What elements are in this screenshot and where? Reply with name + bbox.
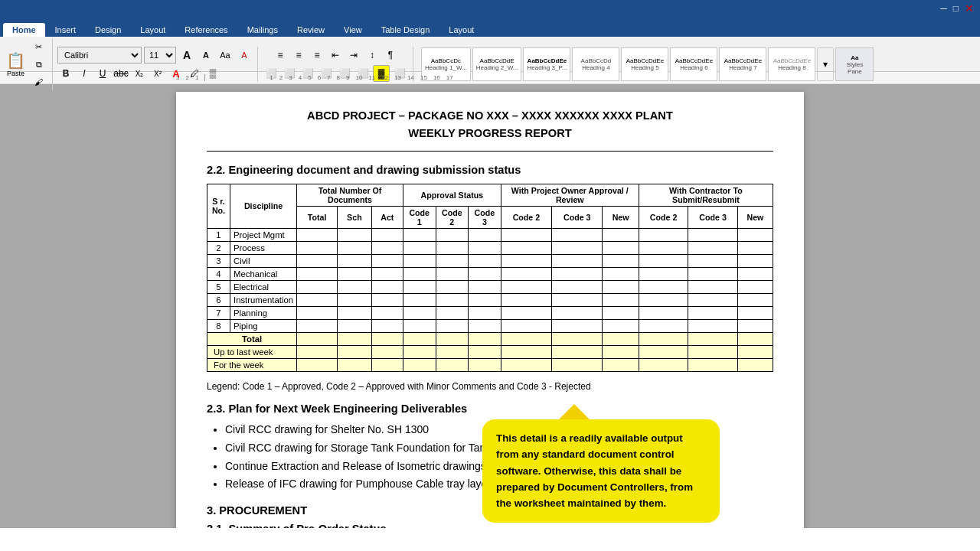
callout-container: This detail is a readily available outpu… bbox=[482, 404, 720, 523]
font-grow-button[interactable]: A bbox=[178, 47, 195, 64]
show-formatting-button[interactable]: ¶ bbox=[382, 47, 399, 64]
callout-arrow bbox=[559, 404, 590, 419]
table-up-to-last-week-row: Up to last week bbox=[207, 345, 773, 358]
col-approval-status: Approval Status bbox=[403, 184, 501, 206]
tab-references[interactable]: References bbox=[175, 23, 237, 37]
col-total-number: Total Number Of Documents bbox=[297, 184, 403, 206]
section31-heading: 3.1. Summary of Pre-Order Status bbox=[207, 523, 773, 528]
change-case-button[interactable]: Aa bbox=[217, 47, 234, 64]
document-area[interactable]: ABCD PROJECT – PACKAGE NO XXX – XXXX XXX… bbox=[0, 84, 980, 528]
row-num: 5 bbox=[207, 280, 230, 293]
font-size-select[interactable]: 11 bbox=[144, 47, 176, 64]
sub-code2-a: Code 2 bbox=[436, 206, 469, 228]
total-label: Total bbox=[207, 332, 297, 345]
bullets-button[interactable]: ≡ bbox=[272, 47, 289, 64]
sub-code3-a: Code 3 bbox=[469, 206, 501, 228]
tab-layout[interactable]: Layout bbox=[131, 23, 175, 37]
legend-text: Legend: Code 1 – Approved, Code 2 – Appr… bbox=[207, 381, 773, 392]
row-discipline: Piping bbox=[230, 319, 297, 332]
tab-mailings[interactable]: Mailings bbox=[238, 23, 287, 37]
table-row: 1 Project Mgmt bbox=[207, 228, 773, 241]
tab-table-design[interactable]: Table Design bbox=[372, 23, 439, 37]
engineering-table: S r. No. Discipline Total Number Of Docu… bbox=[207, 184, 773, 372]
numbering-button[interactable]: ≡ bbox=[290, 47, 307, 64]
col-with-contractor: With Contractor To Submit/Resubmit bbox=[639, 184, 773, 206]
font-family-select[interactable]: Calibri bbox=[57, 47, 142, 64]
table-row: 6 Instrumentation bbox=[207, 293, 773, 306]
sort-button[interactable]: ↕ bbox=[364, 47, 381, 64]
underline-button[interactable]: U bbox=[94, 65, 111, 82]
row-num: 2 bbox=[207, 241, 230, 254]
more-styles-button[interactable]: ▾ bbox=[817, 47, 834, 81]
tab-home[interactable]: Home bbox=[3, 23, 45, 37]
header-divider bbox=[207, 151, 773, 152]
tab-layout2[interactable]: Layout bbox=[439, 23, 483, 37]
table-row: 2 Process bbox=[207, 241, 773, 254]
tab-review[interactable]: Review bbox=[288, 23, 334, 37]
strikethrough-button[interactable]: abc bbox=[113, 65, 129, 82]
clear-format-button[interactable]: A bbox=[236, 47, 253, 64]
row-num: 7 bbox=[207, 306, 230, 319]
main-toolbar: 📋 Paste ✂ ⧉ 🖌 Calibri 11 A A Aa A B I U … bbox=[0, 37, 980, 72]
multilevel-list-button[interactable]: ≡ bbox=[309, 47, 325, 64]
callout-text: This detail is a readily available outpu… bbox=[496, 432, 693, 509]
tab-insert[interactable]: Insert bbox=[46, 23, 86, 37]
table-row: 4 Mechanical bbox=[207, 267, 773, 280]
styles-pane-button[interactable]: Aa Styles Pane bbox=[835, 47, 874, 81]
sub-total: Total bbox=[297, 206, 338, 228]
table-row: 8 Piping bbox=[207, 319, 773, 332]
cut-button[interactable]: ✂ bbox=[30, 38, 47, 55]
row-num: 6 bbox=[207, 293, 230, 306]
increase-indent-button[interactable]: ⇥ bbox=[345, 47, 362, 64]
row-discipline-mechanical: Mechanical bbox=[230, 267, 297, 280]
minimize-btn[interactable]: ─ bbox=[940, 3, 947, 14]
maximize-btn[interactable]: □ bbox=[953, 3, 959, 14]
row-num: 8 bbox=[207, 319, 230, 332]
for-the-week-label: For the week bbox=[207, 358, 297, 371]
table-total-row: Total bbox=[207, 332, 773, 345]
tab-view[interactable]: View bbox=[335, 23, 371, 37]
paste-icon: 📋 bbox=[6, 51, 25, 70]
document-page: ABCD PROJECT – PACKAGE NO XXX – XXXX XXX… bbox=[176, 92, 804, 528]
up-to-last-week-label: Up to last week bbox=[207, 345, 297, 358]
italic-button[interactable]: I bbox=[76, 65, 93, 82]
decrease-indent-button[interactable]: ⇤ bbox=[327, 47, 344, 64]
document-header: ABCD PROJECT – PACKAGE NO XXX – XXXX XXX… bbox=[207, 107, 773, 143]
row-num: 1 bbox=[207, 228, 230, 241]
row-discipline: Planning bbox=[230, 306, 297, 319]
row-discipline: Process bbox=[230, 241, 297, 254]
sub-code1: Code 1 bbox=[403, 206, 436, 228]
font-shrink-button[interactable]: A bbox=[198, 47, 214, 64]
section22-table-container: S r. No. Discipline Total Number Of Docu… bbox=[207, 184, 773, 372]
col-discipline: Discipline bbox=[230, 184, 297, 228]
sub-act: Act bbox=[371, 206, 403, 228]
header-line2: WEEKLY PROGRESS REPORT bbox=[207, 125, 773, 142]
bold-button[interactable]: B bbox=[57, 65, 74, 82]
row-discipline: Instrumentation bbox=[230, 293, 297, 306]
paste-button[interactable]: 📋 Paste bbox=[3, 49, 28, 80]
row-discipline: Project Mgmt bbox=[230, 228, 297, 241]
sub-code3-c: Code 3 bbox=[688, 206, 738, 228]
subscript-button[interactable]: X₂ bbox=[131, 65, 148, 82]
sub-new-a: New bbox=[603, 206, 639, 228]
close-btn[interactable]: ✕ bbox=[965, 2, 974, 15]
ribbon-tabs: Home Insert Design Layout References Mai… bbox=[0, 17, 980, 37]
col-srno: S r. No. bbox=[207, 184, 230, 228]
header-line1: ABCD PROJECT – PACKAGE NO XXX – XXXX XXX… bbox=[207, 107, 773, 125]
sub-sch: Sch bbox=[337, 206, 371, 228]
row-discipline: Electrical bbox=[230, 280, 297, 293]
format-painter-button[interactable]: 🖌 bbox=[30, 73, 47, 90]
title-bar: ─ □ ✕ bbox=[0, 0, 980, 17]
tab-design[interactable]: Design bbox=[86, 23, 130, 37]
copy-button[interactable]: ⧉ bbox=[30, 56, 47, 73]
callout-box: This detail is a readily available outpu… bbox=[482, 419, 720, 523]
sub-new-b: New bbox=[737, 206, 773, 228]
font-color-button[interactable]: A bbox=[168, 65, 185, 82]
section22-heading: 2.2. Engineering document and drawing su… bbox=[207, 164, 773, 176]
sub-code2-c: Code 2 bbox=[639, 206, 688, 228]
sub-code2-b: Code 2 bbox=[501, 206, 551, 228]
table-for-the-week-row: For the week bbox=[207, 358, 773, 371]
font-color-icon: A bbox=[172, 68, 179, 80]
table-row: 7 Planning bbox=[207, 306, 773, 319]
superscript-button[interactable]: X² bbox=[149, 65, 166, 82]
